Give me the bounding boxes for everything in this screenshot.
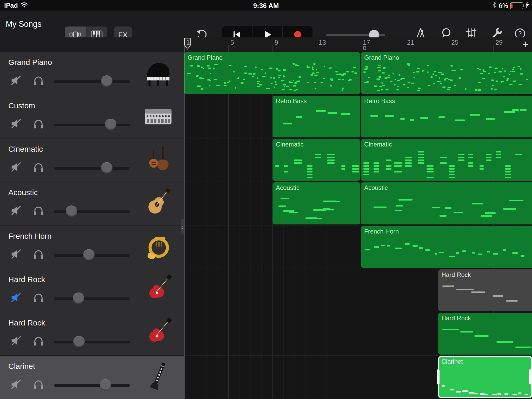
region-grand-piano-0[interactable]: Grand Piano: [361, 52, 532, 94]
track-volume-slider[interactable]: [54, 384, 130, 387]
track-volume-knob[interactable]: [101, 75, 112, 87]
midi-note: [512, 252, 518, 254]
midi-note: [233, 71, 235, 72]
region-retro-bass-1[interactable]: Retro Bass: [272, 96, 360, 137]
midi-note: [449, 171, 455, 172]
mute-button[interactable]: [9, 74, 23, 88]
track-volume-slider[interactable]: [54, 341, 130, 343]
midi-note: [330, 78, 333, 80]
region-acoustic-3[interactable]: Acoustic: [361, 182, 532, 224]
midi-note: [294, 162, 302, 164]
track-volume-knob[interactable]: [101, 162, 112, 174]
midi-note: [296, 81, 300, 82]
region-trim-handle-right[interactable]: [529, 369, 532, 384]
midi-note: [265, 72, 266, 74]
ruler-bar-number: 25: [451, 39, 458, 46]
midi-note: [442, 385, 445, 387]
track-volume-slider[interactable]: [54, 297, 130, 300]
track-row-grand-piano-0[interactable]: Grand Piano: [0, 52, 184, 95]
grand-piano-icon[interactable]: [142, 56, 175, 89]
track-row-custom-1[interactable]: Custom: [0, 95, 184, 138]
track-volume-knob[interactable]: [73, 292, 84, 304]
midi-note: [420, 117, 428, 119]
mute-button[interactable]: [9, 248, 23, 261]
mute-button[interactable]: [9, 117, 23, 131]
solo-button[interactable]: [32, 291, 45, 305]
midi-note: [386, 159, 391, 161]
french-horn-icon[interactable]: [142, 230, 175, 263]
region-retro-bass-1[interactable]: Retro Bass: [361, 96, 532, 137]
midi-note: [395, 210, 402, 211]
region-cinematic-2[interactable]: Cinematic: [361, 139, 532, 181]
midi-note: [474, 393, 478, 394]
mute-button[interactable]: [9, 335, 23, 348]
strings-icon[interactable]: [142, 143, 175, 176]
region-clarinet-7[interactable]: Clarinet: [438, 356, 532, 398]
ruler-tick: [405, 45, 405, 52]
region-trim-handle-left[interactable]: [437, 369, 440, 384]
midi-note: [385, 115, 394, 117]
region-hard-rock-5[interactable]: Hard Rock: [438, 269, 532, 311]
midi-note: [427, 165, 434, 167]
midi-note: [503, 208, 516, 210]
add-bars-button[interactable]: +: [522, 38, 528, 50]
midi-note: [487, 251, 490, 252]
mute-button[interactable]: [9, 204, 23, 218]
track-volume-slider[interactable]: [54, 80, 130, 83]
midi-note: [480, 165, 484, 167]
solo-button[interactable]: [32, 335, 45, 348]
acoustic-guitar-icon[interactable]: [142, 187, 175, 219]
midi-note: [456, 391, 461, 393]
midi-note: [445, 207, 451, 209]
my-songs-button[interactable]: My Songs: [6, 11, 42, 37]
midi-note: [335, 71, 338, 72]
solo-button[interactable]: [32, 117, 45, 131]
track-volume-slider[interactable]: [54, 167, 130, 170]
master-volume-slider[interactable]: [326, 34, 385, 36]
midi-note: [430, 76, 433, 78]
drum-machine-icon[interactable]: [142, 100, 175, 132]
track-volume-knob[interactable]: [73, 336, 85, 347]
track-volume-knob[interactable]: [66, 205, 77, 217]
midi-note: [307, 168, 312, 170]
solo-button[interactable]: [32, 161, 45, 174]
track-row-hard-rock-5[interactable]: Hard Rock: [0, 269, 184, 312]
mute-button[interactable]: [9, 161, 23, 174]
solo-button[interactable]: [32, 378, 45, 391]
midi-note: [503, 76, 505, 77]
clarinet-icon[interactable]: [142, 360, 175, 393]
mute-button[interactable]: [9, 291, 23, 305]
region-acoustic-3[interactable]: Acoustic: [272, 182, 360, 224]
timeline-grid[interactable]: Grand PianoGrand PianoRetro BassRetro Ba…: [184, 52, 532, 399]
solo-button[interactable]: [32, 248, 45, 261]
midi-note: [505, 168, 511, 170]
region-cinematic-2[interactable]: Cinematic: [272, 139, 360, 181]
solo-button[interactable]: [32, 204, 45, 218]
region-hard-rock-6[interactable]: Hard Rock: [438, 313, 532, 355]
mute-button[interactable]: [9, 378, 23, 391]
track-row-french-horn-4[interactable]: French Horn: [0, 225, 184, 269]
midi-note: [474, 335, 489, 337]
midi-note: [286, 86, 289, 87]
track-row-acoustic-3[interactable]: Acoustic: [0, 182, 184, 225]
solo-button[interactable]: [32, 74, 45, 88]
track-volume-slider[interactable]: [54, 124, 130, 126]
track-volume-knob[interactable]: [100, 379, 111, 391]
track-volume-knob[interactable]: [105, 119, 116, 130]
track-volume-knob[interactable]: [83, 249, 95, 261]
midi-note: [427, 168, 434, 170]
midi-note: [197, 85, 200, 87]
track-row-clarinet-7[interactable]: Clarinet: [0, 356, 184, 399]
headphones-icon: [32, 378, 44, 391]
track-volume-slider[interactable]: [54, 210, 130, 213]
electric-guitar-icon[interactable]: [142, 274, 175, 306]
midi-note: [492, 85, 494, 86]
region-french-horn-4[interactable]: French Horn: [361, 226, 532, 268]
track-row-cinematic-2[interactable]: Cinematic: [0, 138, 184, 182]
region-grand-piano-0[interactable]: Grand Piano: [184, 52, 360, 94]
midi-note: [341, 165, 345, 167]
electric-guitar-icon[interactable]: [142, 317, 175, 350]
midi-note: [383, 67, 386, 69]
track-row-hard-rock-6[interactable]: Hard Rock: [0, 312, 184, 356]
timeline-ruler[interactable]: + 1591317212529B: [184, 37, 532, 52]
